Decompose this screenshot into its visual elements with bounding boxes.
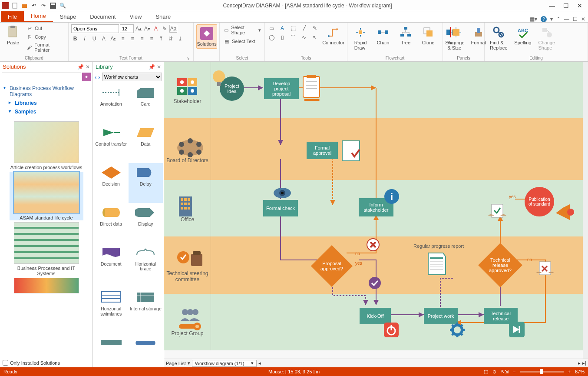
- align-center-icon[interactable]: ≡: [129, 35, 136, 43]
- change-shape-button[interactable]: Change Shape: [536, 24, 558, 51]
- save-icon[interactable]: [50, 2, 56, 9]
- valign-bot-icon[interactable]: ⤓: [176, 35, 184, 43]
- status-icon[interactable]: ⬚: [484, 369, 488, 375]
- textbox-tool-icon[interactable]: ▯: [278, 33, 286, 41]
- line-tool-icon[interactable]: ╱: [300, 24, 308, 32]
- rect-tool-icon[interactable]: ▭: [268, 24, 275, 32]
- library-item[interactable]: Card: [129, 83, 163, 123]
- sample-thumb[interactable]: Business Processes and IT Systems: [10, 222, 83, 276]
- chain-button[interactable]: Chain: [373, 24, 393, 46]
- scroll-right-icon[interactable]: ▸: [578, 360, 581, 366]
- zoom-level[interactable]: 67%: [575, 369, 585, 374]
- library-item[interactable]: Delay: [129, 163, 163, 203]
- help-icon[interactable]: ?: [541, 16, 547, 22]
- redo-icon[interactable]: ↷: [40, 2, 47, 9]
- sample-thumb[interactable]: Article creation process workflows: [10, 121, 83, 170]
- clear-format-icon[interactable]: Aa: [169, 25, 177, 33]
- tree-libraries[interactable]: Libraries: [9, 99, 89, 107]
- tree-root[interactable]: Business Process Workflow Diagrams: [3, 84, 89, 99]
- dialog-launcher-icon[interactable]: ↘: [186, 56, 190, 60]
- rapid-draw-button[interactable]: Rapid Draw: [350, 24, 371, 51]
- strike-icon[interactable]: A: [100, 35, 108, 43]
- tree-samples[interactable]: Samples: [9, 107, 89, 116]
- pen-tool-icon[interactable]: ✎: [311, 24, 319, 32]
- callout-tool-icon[interactable]: ⬚: [289, 24, 297, 32]
- page-selector[interactable]: Workflow diagram (1/1)▾: [192, 360, 257, 367]
- close-button[interactable]: ✕: [577, 2, 583, 9]
- align-justify-icon[interactable]: ≡: [148, 35, 155, 43]
- library-item[interactable]: Direct data: [94, 203, 129, 243]
- zoom-in-icon[interactable]: +: [568, 369, 571, 374]
- paste-button[interactable]: Paste: [3, 24, 23, 46]
- sample-thumb[interactable]: ASAM standard life cycle: [10, 172, 83, 220]
- format-painter-button[interactable]: 🖌Format Painter: [25, 42, 66, 53]
- library-item[interactable]: [94, 333, 129, 366]
- sample-thumb[interactable]: [10, 278, 83, 293]
- ellipse-tool-icon[interactable]: ◯: [268, 33, 275, 41]
- close-panel-icon[interactable]: ✕: [86, 64, 90, 70]
- status-icon[interactable]: ⇱⇲: [501, 369, 509, 375]
- scroll-left-icon[interactable]: ◂: [258, 360, 261, 366]
- find-replace-button[interactable]: Find & Replace: [487, 24, 510, 51]
- grow-font-icon[interactable]: A▴: [135, 25, 142, 33]
- tab-file[interactable]: File: [1, 11, 24, 22]
- only-installed-checkbox[interactable]: [3, 360, 8, 366]
- shrink-font-icon[interactable]: A▾: [143, 25, 151, 33]
- pointer-tool-icon[interactable]: ↖: [311, 33, 319, 41]
- node-formal-approval[interactable]: Formal approval: [307, 142, 338, 159]
- valign-mid-icon[interactable]: ⇵: [167, 35, 175, 43]
- vertical-scrollbar[interactable]: [583, 62, 588, 359]
- minimize-button[interactable]: —: [549, 2, 555, 9]
- status-icon[interactable]: ⊙: [492, 369, 496, 375]
- solutions-search-go-icon[interactable]: [82, 73, 91, 81]
- copy-button[interactable]: ⎘Copy: [25, 33, 66, 41]
- zoom-out-icon[interactable]: −: [513, 369, 515, 374]
- zoom-slider[interactable]: [520, 371, 564, 373]
- subscript-icon[interactable]: A₂: [109, 35, 117, 43]
- connector-button[interactable]: Connector: [322, 24, 344, 46]
- library-item[interactable]: Horizontal swimlanes: [94, 288, 129, 333]
- underline-icon[interactable]: U: [90, 35, 98, 43]
- curve-tool-icon[interactable]: ∿: [300, 33, 308, 41]
- pin-icon[interactable]: 📌: [77, 64, 84, 70]
- tab-document[interactable]: Document: [83, 11, 122, 22]
- text-tool-icon[interactable]: A: [278, 24, 286, 32]
- prev-icon[interactable]: ‹: [95, 74, 96, 80]
- valign-top-icon[interactable]: ⤒: [157, 35, 165, 43]
- align-left-icon[interactable]: ≡: [119, 35, 127, 43]
- tab-view[interactable]: View: [122, 11, 149, 22]
- arc-tool-icon[interactable]: ⌒: [289, 33, 297, 41]
- solutions-button[interactable]: Solutions: [196, 24, 217, 49]
- close-panel-icon[interactable]: ✕: [157, 64, 161, 70]
- bold-icon[interactable]: B: [71, 35, 79, 43]
- node-publication[interactable]: Publication of standard: [525, 187, 554, 216]
- library-item[interactable]: [129, 333, 163, 366]
- cut-button[interactable]: ✂Cut: [25, 24, 66, 32]
- node-kickoff[interactable]: Kick-Off: [360, 308, 391, 324]
- font-select[interactable]: [71, 24, 119, 33]
- pin-icon[interactable]: 📌: [149, 64, 155, 70]
- diagram-canvas[interactable]: Stakeholder Board of Directors Office: [164, 62, 588, 359]
- align-right-icon[interactable]: ≡: [138, 35, 146, 43]
- select-text-button[interactable]: ▤Select Text: [222, 37, 256, 45]
- library-select[interactable]: Workflow charts: [102, 73, 162, 81]
- undo-icon[interactable]: ↶: [30, 2, 37, 9]
- maximize-button[interactable]: ☐: [563, 2, 569, 9]
- grid-icon[interactable]: ▦▾: [530, 16, 537, 22]
- window-min-icon[interactable]: ⌃: [556, 16, 561, 22]
- italic-icon[interactable]: I: [81, 35, 89, 43]
- tree-button[interactable]: Tree: [395, 24, 416, 46]
- node-develop-proposal[interactable]: Develop project proposal: [264, 78, 299, 99]
- node-formal-check[interactable]: Formal check: [263, 200, 298, 216]
- library-item[interactable]: Decision: [94, 163, 129, 203]
- library-item[interactable]: Display: [129, 203, 163, 243]
- open-icon[interactable]: [21, 2, 28, 9]
- preview-icon[interactable]: 🔍: [59, 2, 66, 9]
- library-item[interactable]: Internal storage: [129, 288, 163, 333]
- tab-home[interactable]: Home: [24, 10, 53, 22]
- select-shape-button[interactable]: ▭Select Shape ▾: [222, 24, 262, 36]
- solutions-search-input[interactable]: [2, 73, 81, 81]
- library-item[interactable]: Horizontal brace: [129, 243, 163, 288]
- next-icon[interactable]: ›: [98, 74, 100, 80]
- arrange-size-button[interactable]: Arrange & Size: [446, 24, 466, 51]
